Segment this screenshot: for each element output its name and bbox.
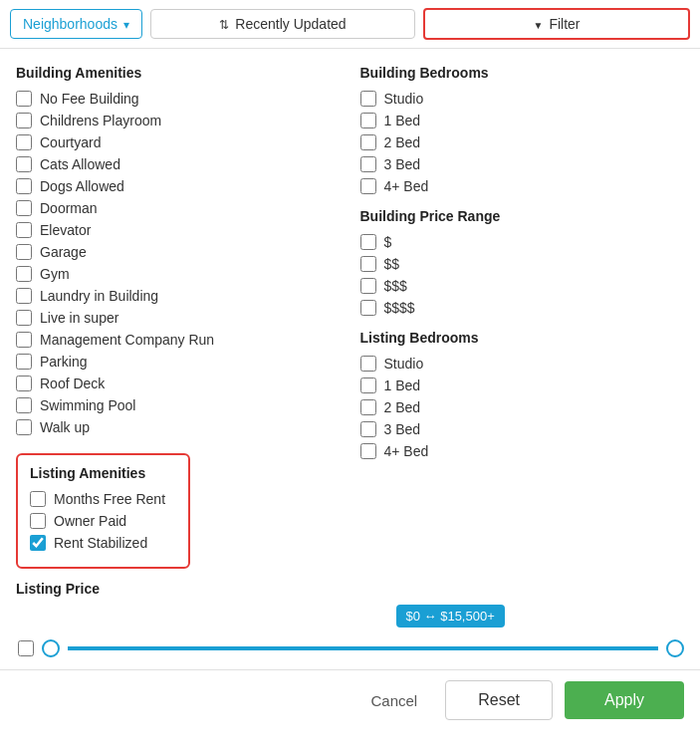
main-content: Building Amenities No Fee BuildingChildr… bbox=[0, 49, 700, 569]
label-courtyard: Courtyard bbox=[40, 134, 101, 150]
chevron-down-icon bbox=[123, 16, 129, 32]
checkbox-bpr-3[interactable] bbox=[360, 278, 376, 294]
price-range-label: $0 ↔ $15,500+ bbox=[396, 605, 505, 628]
building-price-range-section: Building Price Range $$$$$$$$$$ bbox=[360, 208, 685, 316]
checkbox-childrens-playroom[interactable] bbox=[16, 113, 32, 128]
checkbox-item-lb-3bed[interactable]: 3 Bed bbox=[360, 421, 685, 437]
checkbox-item-bb-1bed[interactable]: 1 Bed bbox=[360, 113, 685, 128]
building-bedrooms-list: Studio1 Bed2 Bed3 Bed4+ Bed bbox=[360, 91, 685, 194]
listing-bedrooms-title: Listing Bedrooms bbox=[360, 330, 685, 346]
building-amenities-section: Building Amenities No Fee BuildingChildr… bbox=[16, 65, 341, 435]
checkbox-bb-1bed[interactable] bbox=[360, 113, 376, 128]
checkbox-dogs-allowed[interactable] bbox=[16, 178, 32, 194]
checkbox-item-bpr-1[interactable]: $ bbox=[360, 234, 685, 250]
label-bb-studio: Studio bbox=[384, 91, 424, 107]
neighborhoods-button[interactable]: Neighborhoods bbox=[10, 9, 142, 39]
label-lb-2bed: 2 Bed bbox=[384, 399, 421, 415]
apply-button[interactable]: Apply bbox=[565, 681, 684, 719]
checkbox-item-swimming-pool[interactable]: Swimming Pool bbox=[16, 397, 341, 413]
checkbox-bb-4plusbed[interactable] bbox=[360, 178, 376, 194]
checkbox-item-courtyard[interactable]: Courtyard bbox=[16, 134, 341, 150]
listing-bedrooms-list: Studio1 Bed2 Bed3 Bed4+ Bed bbox=[360, 356, 685, 459]
checkbox-item-lb-studio[interactable]: Studio bbox=[360, 356, 685, 372]
checkbox-item-owner-paid[interactable]: Owner Paid bbox=[30, 513, 176, 529]
label-dogs-allowed: Dogs Allowed bbox=[40, 178, 124, 194]
checkbox-item-garage[interactable]: Garage bbox=[16, 244, 341, 260]
cancel-button[interactable]: Cancel bbox=[354, 684, 433, 717]
listing-price-title: Listing Price bbox=[16, 581, 684, 597]
checkbox-bpr-1[interactable] bbox=[360, 234, 376, 250]
checkbox-lb-2bed[interactable] bbox=[360, 399, 376, 415]
checkbox-doorman[interactable] bbox=[16, 200, 32, 216]
checkbox-item-bb-studio[interactable]: Studio bbox=[360, 91, 685, 107]
label-gym: Gym bbox=[40, 266, 70, 282]
checkbox-lb-4plusbed[interactable] bbox=[360, 443, 376, 459]
slider-thumb-left[interactable] bbox=[42, 639, 60, 657]
checkbox-owner-paid[interactable] bbox=[30, 513, 46, 529]
reset-button[interactable]: Reset bbox=[445, 680, 553, 720]
checkbox-item-lb-2bed[interactable]: 2 Bed bbox=[360, 399, 685, 415]
slider-thumb-right[interactable] bbox=[666, 639, 684, 657]
checkbox-item-bb-2bed[interactable]: 2 Bed bbox=[360, 134, 685, 150]
checkbox-item-lb-1bed[interactable]: 1 Bed bbox=[360, 378, 685, 393]
checkbox-item-management-company-run[interactable]: Management Company Run bbox=[16, 332, 341, 348]
checkbox-laundry-in-building[interactable] bbox=[16, 288, 32, 304]
checkbox-item-parking[interactable]: Parking bbox=[16, 354, 341, 370]
checkbox-item-bb-3bed[interactable]: 3 Bed bbox=[360, 156, 685, 172]
checkbox-item-live-in-super[interactable]: Live in super bbox=[16, 310, 341, 326]
label-management-company-run: Management Company Run bbox=[40, 332, 214, 348]
checkbox-item-months-free-rent[interactable]: Months Free Rent bbox=[30, 491, 176, 507]
price-min-checkbox[interactable] bbox=[18, 640, 34, 656]
building-amenities-list: No Fee BuildingChildrens PlayroomCourtya… bbox=[16, 91, 341, 435]
checkbox-courtyard[interactable] bbox=[16, 134, 32, 150]
checkbox-item-bpr-4[interactable]: $$$$ bbox=[360, 300, 685, 316]
checkbox-live-in-super[interactable] bbox=[16, 310, 32, 326]
checkbox-item-bb-4plusbed[interactable]: 4+ Bed bbox=[360, 178, 685, 194]
checkbox-swimming-pool[interactable] bbox=[16, 397, 32, 413]
checkbox-item-no-fee-building[interactable]: No Fee Building bbox=[16, 91, 341, 107]
checkbox-management-company-run[interactable] bbox=[16, 332, 32, 348]
listing-amenities-title: Listing Amenities bbox=[30, 465, 176, 481]
recently-updated-label: Recently Updated bbox=[235, 16, 346, 32]
checkbox-bb-3bed[interactable] bbox=[360, 156, 376, 172]
checkbox-gym[interactable] bbox=[16, 266, 32, 282]
checkbox-item-laundry-in-building[interactable]: Laundry in Building bbox=[16, 288, 341, 304]
checkbox-cats-allowed[interactable] bbox=[16, 156, 32, 172]
checkbox-bb-2bed[interactable] bbox=[360, 134, 376, 150]
recently-updated-button[interactable]: Recently Updated bbox=[150, 9, 415, 39]
checkbox-item-dogs-allowed[interactable]: Dogs Allowed bbox=[16, 178, 341, 194]
checkbox-item-gym[interactable]: Gym bbox=[16, 266, 341, 282]
checkbox-bpr-4[interactable] bbox=[360, 300, 376, 316]
checkbox-lb-1bed[interactable] bbox=[360, 378, 376, 393]
label-bpr-4: $$$$ bbox=[384, 300, 415, 316]
checkbox-elevator[interactable] bbox=[16, 222, 32, 238]
checkbox-item-bpr-2[interactable]: $$ bbox=[360, 256, 685, 272]
checkbox-no-fee-building[interactable] bbox=[16, 91, 32, 107]
checkbox-rent-stabilized[interactable] bbox=[30, 535, 46, 551]
checkbox-parking[interactable] bbox=[16, 354, 32, 370]
checkbox-lb-studio[interactable] bbox=[360, 356, 376, 372]
checkbox-bb-studio[interactable] bbox=[360, 91, 376, 107]
checkbox-garage[interactable] bbox=[16, 244, 32, 260]
filter-button[interactable]: Filter bbox=[423, 8, 690, 40]
filter-icon bbox=[533, 16, 543, 32]
listing-amenities-box: Listing Amenities Months Free RentOwner … bbox=[16, 453, 190, 569]
checkbox-roof-deck[interactable] bbox=[16, 376, 32, 391]
checkbox-lb-3bed[interactable] bbox=[360, 421, 376, 437]
checkbox-item-bpr-3[interactable]: $$$ bbox=[360, 278, 685, 294]
label-lb-1bed: 1 Bed bbox=[384, 378, 421, 393]
label-garage: Garage bbox=[40, 244, 87, 260]
checkbox-item-cats-allowed[interactable]: Cats Allowed bbox=[16, 156, 341, 172]
checkbox-bpr-2[interactable] bbox=[360, 256, 376, 272]
checkbox-item-childrens-playroom[interactable]: Childrens Playroom bbox=[16, 113, 341, 128]
checkbox-item-walk-up[interactable]: Walk up bbox=[16, 419, 341, 435]
checkbox-item-roof-deck[interactable]: Roof Deck bbox=[16, 376, 341, 391]
checkbox-months-free-rent[interactable] bbox=[30, 491, 46, 507]
checkbox-item-doorman[interactable]: Doorman bbox=[16, 200, 341, 216]
label-lb-studio: Studio bbox=[384, 356, 424, 372]
checkbox-item-lb-4plusbed[interactable]: 4+ Bed bbox=[360, 443, 685, 459]
checkbox-item-rent-stabilized[interactable]: Rent Stabilized bbox=[30, 535, 176, 551]
checkbox-walk-up[interactable] bbox=[16, 419, 32, 435]
checkbox-item-elevator[interactable]: Elevator bbox=[16, 222, 341, 238]
building-amenities-title: Building Amenities bbox=[16, 65, 341, 81]
